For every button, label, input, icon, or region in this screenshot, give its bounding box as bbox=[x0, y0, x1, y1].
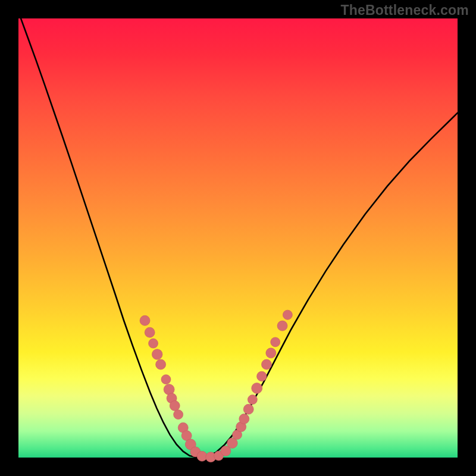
plot-area bbox=[18, 18, 458, 458]
watermark-text: TheBottleneck.com bbox=[340, 2, 469, 18]
curve-marker bbox=[149, 339, 158, 348]
curve-marker bbox=[174, 410, 183, 419]
chart-svg bbox=[18, 18, 458, 458]
curve-marker bbox=[140, 315, 150, 325]
curve-marker bbox=[170, 400, 180, 411]
curve-marker bbox=[283, 310, 292, 320]
curve-marker bbox=[243, 404, 253, 414]
chart-frame: TheBottleneck.com bbox=[0, 0, 476, 476]
curve-marker bbox=[271, 337, 280, 347]
curve-marker bbox=[239, 414, 249, 424]
curve-marker bbox=[277, 321, 287, 331]
curve-marker bbox=[252, 383, 262, 393]
bottleneck-curve bbox=[18, 12, 458, 458]
curve-markers bbox=[140, 310, 292, 462]
curve-marker bbox=[197, 451, 207, 461]
curve-marker bbox=[261, 359, 271, 369]
curve-marker bbox=[161, 375, 171, 384]
curve-marker bbox=[145, 327, 155, 337]
curve-marker bbox=[152, 349, 162, 360]
curve-marker bbox=[266, 348, 276, 358]
curve-marker bbox=[248, 395, 257, 405]
curve-marker bbox=[257, 371, 267, 381]
curve-marker bbox=[156, 359, 166, 369]
